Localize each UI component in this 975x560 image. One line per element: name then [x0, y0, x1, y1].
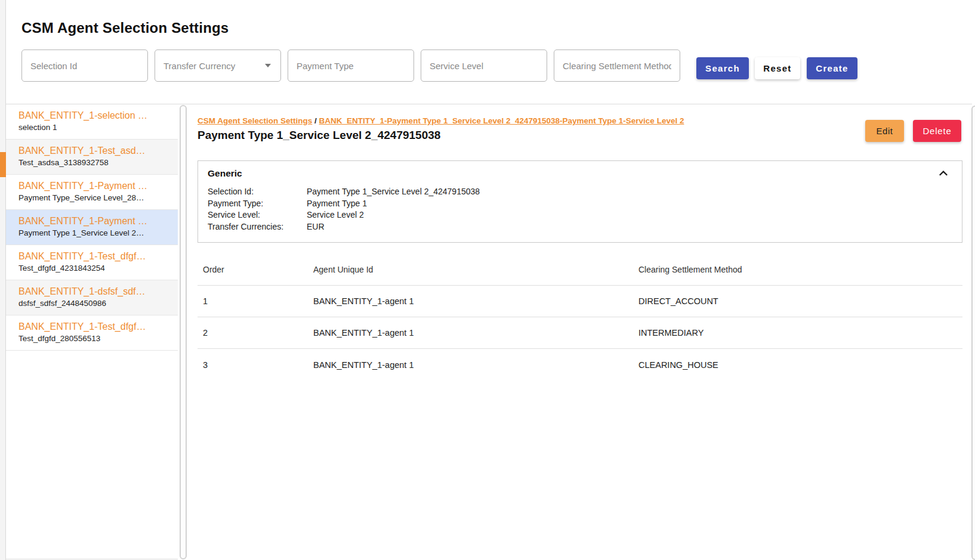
column-header-clearing-settlement-method: Clearing Settlement Method — [633, 265, 962, 274]
field-value: EUR — [307, 222, 325, 231]
list-item-subtitle: Test_dfgfd_4231843254 — [18, 262, 172, 274]
field-value: Service Level 2 — [307, 210, 364, 219]
left-edge-accent — [0, 152, 6, 177]
transfer-currency-placeholder: Transfer Currency — [163, 61, 235, 71]
generic-panel-heading: Generic — [208, 168, 242, 179]
sidebar-item-test-asdsa[interactable]: BANK_ENTITY_1-Test_asd… Test_asdsa_31389… — [6, 140, 178, 175]
list-item-title: BANK_ENTITY_1-Payment … — [18, 215, 172, 227]
detail-title: Payment Type 1_Service Level 2_424791503… — [198, 129, 440, 142]
field-row: Selection Id:Payment Type 1_Service Leve… — [208, 186, 480, 198]
sidebar-item-dsfsf-sdfsf[interactable]: BANK_ENTITY_1-dsfsf_sdf… dsfsf_sdfsf_244… — [6, 280, 178, 315]
table-header-row: Order Agent Unique Id Clearing Settlemen… — [198, 254, 962, 286]
main-scrollbar-thumb[interactable] — [971, 106, 975, 560]
generic-fields: Selection Id:Payment Type 1_Service Leve… — [208, 186, 480, 233]
field-value: Payment Type 1 — [307, 199, 367, 208]
list-item-subtitle: dsfsf_sdfsf_2448450986 — [18, 298, 172, 309]
sidebar-item-selection-1[interactable]: BANK_ENTITY_1-selection … selection 1 — [6, 104, 178, 140]
sidebar-item-payment-type-1-service-level-2[interactable]: BANK_ENTITY_1-Payment … Payment Type 1_S… — [6, 210, 178, 245]
selection-id-input[interactable] — [21, 49, 148, 82]
list-item-title: BANK_ENTITY_1-Test_dfgf… — [18, 320, 172, 333]
breadcrumb-separator: / — [314, 116, 317, 125]
cell-clearing-settlement-method: CLEARING_HOUSE — [633, 360, 962, 370]
page-title: CSM Agent Selection Settings — [21, 20, 229, 36]
list-item-title: BANK_ENTITY_1-Test_asd… — [18, 144, 172, 157]
breadcrumb-current-link[interactable]: BANK_ENTITY_1-Payment Type 1_Service Lev… — [319, 116, 684, 125]
field-value: Payment Type 1_Service Level 2_424791503… — [307, 187, 480, 196]
chevron-up-icon[interactable] — [938, 168, 949, 179]
service-level-input[interactable] — [421, 49, 547, 82]
cell-order: 2 — [198, 328, 308, 338]
selection-list-sidebar: BANK_ENTITY_1-selection … selection 1 BA… — [6, 104, 178, 559]
create-button[interactable]: Create — [807, 57, 857, 79]
window-left-gutter — [0, 0, 6, 560]
list-item-title: BANK_ENTITY_1-Test_dfgf… — [18, 250, 172, 262]
clearing-settlement-method-input[interactable] — [554, 49, 680, 82]
breadcrumb-root-link[interactable]: CSM Agent Selection Settings — [198, 116, 312, 125]
list-item-subtitle: Payment Type_Service Level_28… — [18, 192, 172, 203]
field-label: Selection Id: — [208, 186, 307, 198]
column-header-order: Order — [198, 265, 308, 274]
table-row: 2 BANK_ENTITY_1-agent 1 INTERMEDIARY — [198, 317, 962, 349]
list-item-title: BANK_ENTITY_1-Payment … — [18, 180, 172, 192]
field-row: Payment Type:Payment Type 1 — [208, 198, 480, 210]
list-item-title: BANK_ENTITY_1-dsfsf_sdf… — [18, 285, 172, 298]
reset-button[interactable]: Reset — [755, 57, 800, 79]
chevron-down-icon — [265, 64, 271, 67]
field-label: Payment Type: — [208, 198, 307, 210]
cell-order: 1 — [198, 296, 308, 306]
sidebar-scrollbar-thumb[interactable] — [180, 105, 187, 559]
generic-panel: Generic Selection Id:Payment Type 1_Serv… — [198, 160, 962, 243]
list-item-subtitle: Test_dfgfd_280556513 — [18, 333, 172, 344]
field-label: Transfer Currencies: — [208, 221, 307, 233]
search-button[interactable]: Search — [696, 57, 749, 79]
cell-agent-unique-id: BANK_ENTITY_1-agent 1 — [308, 360, 633, 370]
list-item-subtitle: Test_asdsa_3138932758 — [18, 157, 172, 168]
cell-clearing-settlement-method: INTERMEDIARY — [633, 328, 962, 338]
table-row: 1 BANK_ENTITY_1-agent 1 DIRECT_ACCOUNT — [198, 286, 962, 317]
sidebar-item-test-dfgfd-4231843254[interactable]: BANK_ENTITY_1-Test_dfgf… Test_dfgfd_4231… — [6, 245, 178, 280]
list-item-subtitle: selection 1 — [18, 122, 172, 133]
cell-agent-unique-id: BANK_ENTITY_1-agent 1 — [308, 296, 633, 306]
transfer-currency-select[interactable]: Transfer Currency — [155, 49, 281, 82]
list-item-title: BANK_ENTITY_1-selection … — [18, 109, 172, 122]
breadcrumb: CSM Agent Selection Settings / BANK_ENTI… — [198, 116, 684, 125]
edit-button[interactable]: Edit — [865, 120, 904, 142]
field-row: Service Level:Service Level 2 — [208, 209, 480, 221]
sidebar-item-payment-type-service-level[interactable]: BANK_ENTITY_1-Payment … Payment Type_Ser… — [6, 175, 178, 210]
sidebar-item-test-dfgfd-280556513[interactable]: BANK_ENTITY_1-Test_dfgf… Test_dfgfd_2805… — [6, 315, 178, 351]
field-label: Service Level: — [208, 209, 307, 221]
cell-clearing-settlement-method: DIRECT_ACCOUNT — [633, 296, 962, 306]
table-row: 3 BANK_ENTITY_1-agent 1 CLEARING_HOUSE — [198, 349, 962, 380]
field-row: Transfer Currencies:EUR — [208, 221, 480, 233]
payment-type-input[interactable] — [288, 49, 414, 82]
delete-button[interactable]: Delete — [913, 120, 961, 142]
agents-table: Order Agent Unique Id Clearing Settlemen… — [198, 254, 962, 380]
cell-order: 3 — [198, 360, 308, 370]
column-header-agent-unique-id: Agent Unique Id — [308, 265, 633, 274]
cell-agent-unique-id: BANK_ENTITY_1-agent 1 — [308, 328, 633, 338]
list-item-subtitle: Payment Type 1_Service Level 2… — [18, 227, 172, 239]
